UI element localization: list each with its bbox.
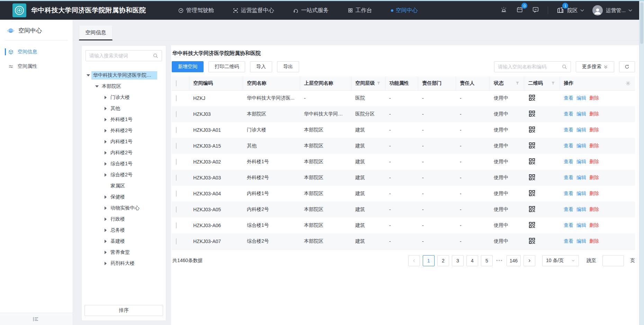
edit-link[interactable]: 编辑 [576, 127, 586, 132]
row-checkbox[interactable] [176, 206, 177, 213]
search-icon[interactable] [562, 64, 567, 69]
import-button[interactable]: 导入 [250, 61, 272, 72]
row-checkbox[interactable] [176, 111, 177, 117]
search-icon[interactable] [153, 53, 158, 58]
page-scrollbar[interactable] [639, 1, 644, 325]
nav-item-workbench[interactable]: 工作台 [348, 7, 372, 14]
select-all-checkbox[interactable] [176, 80, 177, 86]
calendar-icon[interactable]: 0 [516, 6, 524, 15]
page-button-4[interactable]: 4 [466, 255, 478, 266]
view-link[interactable]: 查看 [564, 222, 573, 228]
row-checkbox[interactable] [176, 143, 177, 149]
view-link[interactable]: 查看 [564, 95, 573, 101]
alarm-icon[interactable] [500, 6, 508, 15]
delete-link[interactable]: 删除 [589, 238, 599, 244]
filter-icon[interactable] [551, 81, 555, 85]
expand-arrow-icon[interactable] [102, 129, 109, 132]
tree-search-input[interactable] [89, 53, 153, 58]
expand-arrow-icon[interactable] [102, 173, 109, 177]
sidebar-item-space-attr[interactable]: 空间属性 [0, 59, 73, 74]
row-checkbox[interactable] [176, 95, 177, 101]
tree-node[interactable]: 家属区 [82, 180, 166, 192]
nav-item-space-center[interactable]: 空间中心 [391, 7, 418, 14]
row-checkbox[interactable] [176, 127, 177, 133]
tree-node[interactable]: 门诊大楼 [82, 92, 166, 103]
row-checkbox[interactable] [176, 175, 177, 181]
edit-link[interactable]: 编辑 [576, 95, 586, 101]
delete-link[interactable]: 删除 [589, 206, 599, 212]
qr-code-icon[interactable] [528, 141, 536, 149]
qr-code-icon[interactable] [528, 94, 536, 102]
tree-node[interactable]: 保健楼 [82, 192, 166, 203]
tree-node[interactable]: 本部院区 [82, 81, 166, 92]
expand-arrow-icon[interactable] [102, 217, 109, 221]
edit-link[interactable]: 编辑 [576, 175, 586, 180]
edit-link[interactable]: 编辑 [576, 159, 586, 164]
edit-link[interactable]: 编辑 [576, 238, 586, 244]
edit-link[interactable]: 编辑 [576, 206, 586, 212]
qr-code-icon[interactable] [528, 237, 536, 245]
expand-arrow-icon[interactable] [102, 229, 109, 232]
row-checkbox[interactable] [176, 159, 177, 165]
add-space-button[interactable]: 新增空间 [172, 61, 204, 72]
tree-node[interactable]: 综合楼2号 [82, 169, 166, 180]
scrollbar-thumb[interactable] [640, 2, 643, 44]
view-link[interactable]: 查看 [564, 206, 573, 212]
tree-node[interactable]: 营养食堂 [82, 247, 166, 258]
page-button-2[interactable]: 2 [437, 255, 449, 266]
print-qr-button[interactable]: 打印二维码 [208, 61, 245, 72]
filter-icon[interactable] [376, 81, 381, 85]
jump-page-input[interactable] [602, 255, 624, 266]
delete-link[interactable]: 删除 [589, 222, 599, 228]
row-checkbox[interactable] [176, 238, 177, 244]
sort-button[interactable]: 排序 [84, 305, 163, 316]
expand-arrow-icon[interactable] [102, 251, 109, 254]
tree-node[interactable]: 药剂科大楼 [82, 258, 166, 269]
delete-link[interactable]: 删除 [589, 95, 599, 101]
delete-link[interactable]: 删除 [589, 111, 599, 117]
tree-node[interactable]: 华中科技大学同济医学院附属协... [82, 70, 166, 81]
tree-node[interactable]: 总务楼 [82, 225, 166, 236]
sidebar-item-space-info[interactable]: 空间信息 [0, 45, 73, 59]
expand-arrow-icon[interactable] [102, 162, 109, 166]
prev-page-button[interactable] [408, 255, 420, 266]
collapse-arrow-icon[interactable] [94, 85, 100, 87]
expand-arrow-icon[interactable] [102, 262, 109, 265]
qr-code-icon[interactable] [528, 189, 536, 197]
expand-arrow-icon[interactable] [102, 96, 109, 99]
user-menu[interactable]: 运营管... [592, 5, 632, 16]
tree-node[interactable]: 综合楼1号 [82, 158, 166, 169]
expand-arrow-icon[interactable] [102, 195, 109, 199]
page-button-1[interactable]: 1 [423, 255, 435, 266]
message-icon[interactable] [532, 6, 539, 15]
nav-item-operation-center[interactable]: 运营监督中心 [233, 7, 274, 14]
campus-selector[interactable]: 1 院区 [556, 6, 584, 15]
edit-link[interactable]: 编辑 [576, 143, 586, 148]
delete-link[interactable]: 删除 [589, 191, 599, 196]
page-button-146[interactable]: 146 [507, 255, 521, 266]
delete-link[interactable]: 删除 [589, 175, 599, 180]
view-link[interactable]: 查看 [564, 159, 573, 164]
edit-link[interactable]: 编辑 [576, 191, 586, 196]
expand-arrow-icon[interactable] [102, 107, 109, 110]
delete-link[interactable]: 删除 [589, 127, 599, 132]
tree-node[interactable]: 基建楼 [82, 236, 166, 247]
nav-item-dashboard[interactable]: 管理驾驶舱 [178, 7, 214, 14]
expand-arrow-icon[interactable] [102, 151, 109, 155]
tree-node[interactable]: 内科楼1号 [82, 136, 166, 147]
column-settings-icon[interactable] [625, 81, 631, 86]
view-link[interactable]: 查看 [564, 175, 573, 180]
expand-arrow-icon[interactable] [102, 240, 109, 243]
qr-code-icon[interactable] [528, 205, 536, 213]
page-ellipsis[interactable]: ••• [495, 258, 504, 263]
qr-code-icon[interactable] [528, 157, 536, 165]
tab-space-info[interactable]: 空间信息 [79, 26, 113, 40]
edit-link[interactable]: 编辑 [576, 222, 586, 228]
view-link[interactable]: 查看 [564, 238, 573, 244]
view-link[interactable]: 查看 [564, 143, 573, 148]
tree-node[interactable]: 行政楼 [82, 214, 166, 225]
view-link[interactable]: 查看 [564, 191, 573, 196]
qr-code-icon[interactable] [528, 221, 536, 229]
sidebar-collapse-bar[interactable] [0, 313, 73, 325]
tree-node[interactable]: 动物实验中心 [82, 203, 166, 214]
